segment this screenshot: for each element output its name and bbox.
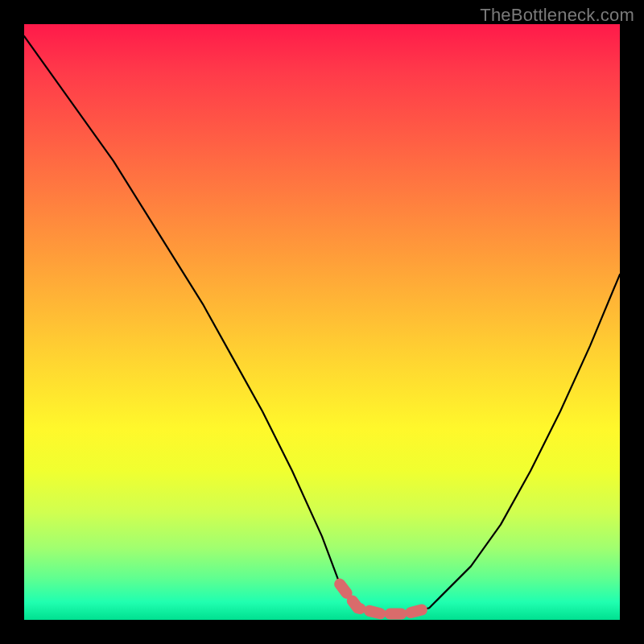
chart-svg bbox=[24, 24, 620, 620]
optimal-range-marker bbox=[340, 584, 429, 614]
chart-plot-area bbox=[24, 24, 620, 620]
bottleneck-curve bbox=[24, 36, 620, 614]
watermark-text: TheBottleneck.com bbox=[480, 5, 634, 26]
